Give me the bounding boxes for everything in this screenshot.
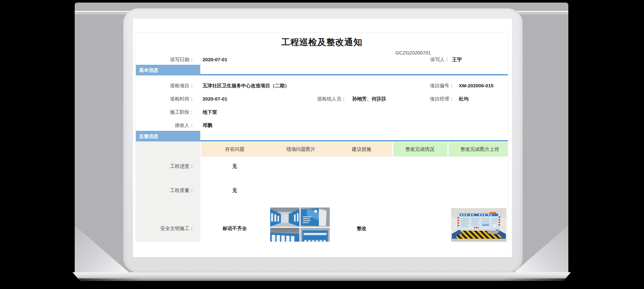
photo-blue-banner-thumbnail[interactable]: [300, 228, 330, 242]
inspect-team-value: 孙翊芳、何莎莎: [352, 96, 386, 102]
inspect-time-value: 2020-07-01: [203, 96, 227, 102]
row-problem-quality: 无: [212, 187, 257, 194]
filler-value: 王宇: [452, 56, 462, 63]
photo-safety-board[interactable]: [451, 208, 507, 242]
inspection-form: 工程巡检及整改通知 GCZG20200701 填写日期： 2020-07-01 …: [136, 32, 508, 242]
photo-fence-posters-thumbnail[interactable]: [270, 228, 299, 242]
photo-stand-shape: [487, 230, 499, 234]
inspect-team-label: 巡检组人员：: [284, 96, 346, 102]
photo-corridor-thumbnail[interactable]: [270, 207, 299, 227]
row-label-progress: 工程进度：: [136, 163, 194, 169]
photo-blue-wall-thumbnail[interactable]: [300, 207, 330, 227]
fill-date-label: 填写日期：: [136, 56, 194, 63]
column-header-site-photos: 现场问题图片: [275, 146, 327, 152]
laptop-screen: 工程巡检及整改通知 GCZG20200701 填写日期： 2020-07-01 …: [133, 19, 512, 257]
row-label-quality: 工程质量：: [136, 187, 194, 194]
row-label-safety: 安全文明施工：: [136, 225, 194, 232]
laptop-base-shadow: [72, 278, 571, 282]
project-no-label: 项目编号：: [389, 82, 454, 89]
project-manager-label: 项目经理：: [389, 96, 454, 102]
fill-date-value: 2020-07-01: [203, 56, 227, 63]
form-title: 工程巡检及整改通知: [136, 36, 508, 48]
laptop-body: 工程巡检及整改通知 GCZG20200701 填写日期： 2020-07-01 …: [123, 8, 523, 273]
row-problem-safety: 标语不齐全: [212, 225, 257, 232]
section-tab-feedback: 反馈信息: [136, 131, 200, 141]
project-no-value: XM-202006-015: [459, 82, 494, 89]
project-value: 五津社区卫生服务中心改造项目（二期）: [203, 82, 289, 89]
row-suggestion-safety: 整改: [339, 225, 384, 232]
receiver-label: 接收人：: [136, 122, 194, 129]
column-header-problem: 存在问题: [212, 146, 257, 152]
construction-stage-label: 施工阶段：: [136, 109, 194, 115]
site-photos-grid: [270, 207, 330, 242]
column-header-done-status: 整改完成情况: [397, 146, 442, 152]
section-tab-basic: 基本信息: [136, 65, 200, 75]
construction-stage-value: 地下室: [203, 109, 217, 115]
column-header-suggestion: 建议措施: [339, 146, 384, 152]
page-curl-left: [75, 226, 129, 272]
filler-label: 填写人：: [389, 56, 450, 63]
project-manager-value: 杜均: [459, 96, 469, 102]
form-code: GCZG20200701: [395, 50, 431, 55]
scene: 工程巡检及整改通知 GCZG20200701 填写日期： 2020-07-01 …: [0, 0, 644, 289]
receiver-value: 邓鹏: [203, 122, 212, 129]
column-header-done-photos: 整改完成图片上传: [453, 146, 507, 152]
row-problem-progress: 无: [212, 163, 257, 169]
done-header-divider: [448, 142, 449, 157]
project-label: 巡检项目：: [136, 82, 194, 89]
inspect-time-label: 巡检时间：: [136, 96, 194, 102]
